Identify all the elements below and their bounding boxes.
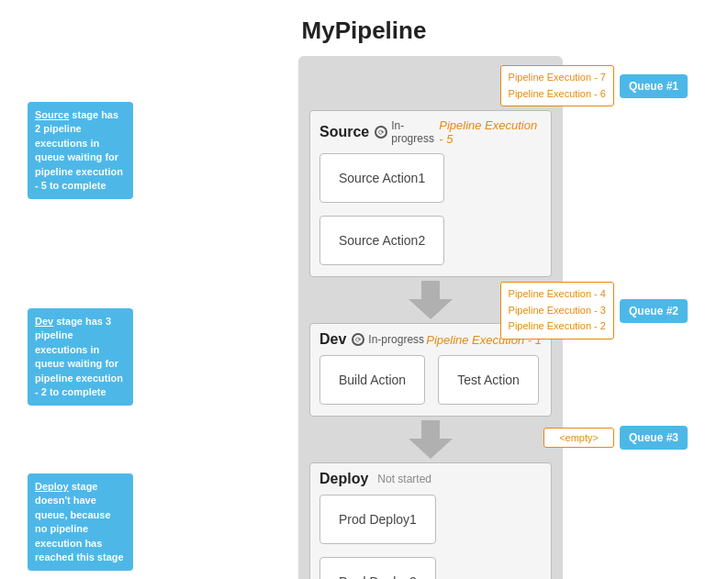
- queue2-label: Queue #2: [620, 299, 688, 323]
- dev-status-icon: ⟳: [352, 333, 364, 346]
- main-container: MyPipeline Source stage has 2 pipeline e…: [0, 0, 728, 579]
- arrow1-head: [409, 299, 453, 319]
- prod-deploy2: Prod Deploy2: [319, 557, 436, 579]
- deploy-annotation-text: stage doesn't have queue, because no pip…: [35, 481, 124, 562]
- arrow2-head: [409, 439, 453, 459]
- source-actions-row: Source Action1 Source Action2: [319, 153, 542, 265]
- deploy-stage-header: Deploy Not started: [319, 471, 542, 487]
- source-annotation: Source stage has 2 pipeline executions i…: [28, 102, 133, 199]
- page-title: MyPipeline: [0, 0, 728, 56]
- source-stage: Source ⟳ In-progress Pipeline Execution …: [309, 110, 552, 277]
- arrow1: [409, 281, 453, 319]
- deploy-annotation: Deploy stage doesn't have queue, because…: [28, 473, 133, 571]
- arrow1-shaft: [421, 281, 440, 299]
- prod-deploy1: Prod Deploy1: [319, 495, 436, 544]
- queue3-executions: <empty>: [543, 428, 614, 448]
- dev-actions-row: Build Action Test Action: [319, 355, 542, 405]
- dev-annotation-text: stage has 3 pipeline executions in queue…: [35, 316, 123, 397]
- dev-stage-status: ⟳ In-progress: [352, 333, 424, 346]
- source-annotation-bold: Source: [35, 109, 69, 120]
- source-stage-status: ⟳ In-progress: [375, 119, 439, 145]
- pipeline-area: Pipeline Execution - 7 Pipeline Executio…: [298, 56, 563, 579]
- source-stage-execution: Pipeline Execution - 5: [439, 118, 542, 146]
- queue2-executions: Pipeline Execution - 4 Pipeline Executio…: [500, 282, 614, 340]
- dev-stage-name: Dev: [319, 331, 346, 348]
- build-action: Build Action: [319, 355, 425, 405]
- source-status-icon: ⟳: [375, 126, 387, 139]
- source-stage-header: Source ⟳ In-progress Pipeline Execution …: [319, 118, 542, 146]
- arrow2-shaft: [421, 420, 440, 439]
- arrow2: [409, 420, 453, 459]
- dev-annotation-bold: Dev: [35, 316, 53, 327]
- test-action: Test Action: [438, 355, 539, 405]
- queue1-label: Queue #1: [620, 74, 688, 98]
- source-action2: Source Action2: [319, 216, 444, 265]
- dev-annotation: Dev stage has 3 pipeline executions in q…: [28, 308, 133, 406]
- source-action1: Source Action1: [319, 153, 444, 203]
- queue3-label: Queue #3: [620, 426, 688, 450]
- deploy-stage-status: Not started: [377, 473, 431, 485]
- deploy-stage: Deploy Not started Prod Deploy1 Prod Dep…: [309, 462, 552, 579]
- deploy-stage-name: Deploy: [319, 471, 368, 487]
- deploy-annotation-bold: Deploy: [35, 481, 69, 492]
- deploy-actions-row: Prod Deploy1 Prod Deploy2 Integ Tests: [319, 495, 542, 579]
- source-annotation-text: stage has 2 pipeline executions in queue…: [35, 109, 123, 191]
- source-stage-name: Source: [319, 124, 369, 140]
- queue1-executions: Pipeline Execution - 7 Pipeline Executio…: [500, 65, 614, 106]
